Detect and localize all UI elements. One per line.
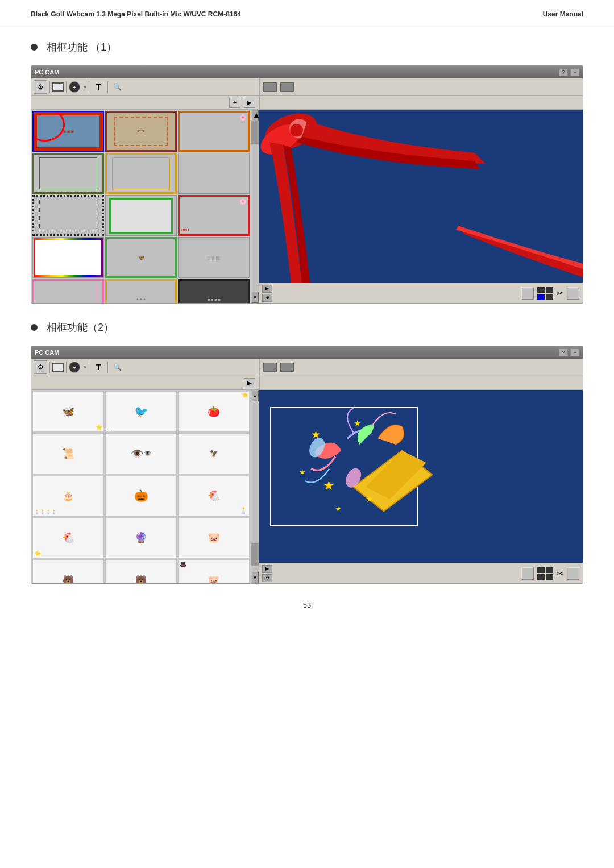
svg-text:★: ★ xyxy=(323,478,335,493)
right-panel-2: ★ ★ ★ ★ ★ ★ xyxy=(259,390,583,583)
bottom-icon-3[interactable]: ▶ xyxy=(262,565,272,573)
camera-icon-2[interactable]: ● xyxy=(69,362,80,373)
sticker-thumb-15[interactable]: 🐷 🎩 xyxy=(178,559,250,583)
sticker-thumb-12[interactable]: 🐷 xyxy=(178,517,250,558)
grid2-q4 xyxy=(546,574,553,580)
frame-thumb-5[interactable] xyxy=(105,153,177,194)
svg-text:★: ★ xyxy=(335,505,341,512)
grid2-q1 xyxy=(537,567,545,573)
frame-thumb-8[interactable] xyxy=(105,195,177,236)
grid2-q2 xyxy=(546,567,553,573)
frame-thumb-7[interactable] xyxy=(32,195,104,236)
sticker-thumb-13[interactable]: 🐻 xyxy=(32,559,104,583)
sub-toolbar-row-2: ▶ xyxy=(31,376,583,390)
scroll-arrow-up[interactable]: ▲ xyxy=(251,110,259,121)
frame-thumb-14[interactable]: ✦✦✦ xyxy=(105,279,177,303)
sub-toolbar-right-2 xyxy=(259,376,583,390)
sticker-thumb-7[interactable]: 🎂 🕯️🕯️🕯️🕯️ xyxy=(32,475,104,516)
text-icon[interactable]: T xyxy=(92,80,105,94)
help-btn-2[interactable]: ? xyxy=(559,348,568,356)
zoom-icon-2[interactable]: 🔍 xyxy=(110,360,124,374)
frame-thumb-9[interactable]: 🌸 808 xyxy=(178,195,250,236)
combined-toolbar-2: ⚙ ● » T 🔍 xyxy=(31,359,583,376)
sticker-thumb-2[interactable]: 🐦 ... xyxy=(105,391,177,432)
bottom-right-1: ✂ xyxy=(521,287,579,300)
scissors-icon-2[interactable]: ✂ xyxy=(557,569,563,578)
titlebar-1: PC CAM ? － xyxy=(31,66,583,78)
frame-thumb-2[interactable]: ✿✿ xyxy=(105,111,177,152)
frame-thumb-4[interactable] xyxy=(32,153,104,194)
scroll-arrow-up-2[interactable]: ▲ xyxy=(251,390,259,401)
sub-toolbar-1: ✦ ▶ xyxy=(31,96,259,110)
minimize-btn-1[interactable]: － xyxy=(570,68,579,76)
left-panel-1: ❀❀❀ ✿✿ 🌸 xyxy=(31,110,259,303)
frame-thumb-1[interactable]: ❀❀❀ xyxy=(32,111,104,152)
rect-icon-2[interactable] xyxy=(52,363,64,372)
sticker-thumb-10[interactable]: 🐔 ⭐ xyxy=(32,517,104,558)
view-icon-1[interactable] xyxy=(521,287,534,300)
play-icon[interactable]: ▶ xyxy=(244,98,255,108)
section2-text: 相框功能（2） xyxy=(47,321,114,334)
frame-thumb-11[interactable]: 🦋 xyxy=(105,237,177,278)
view-icon-3[interactable] xyxy=(521,567,534,580)
scroll-thumb[interactable] xyxy=(251,121,259,144)
bullet1 xyxy=(31,44,38,51)
left-panel-2: 🦋 ⭐ 🐦 ... 🍅 🌟 📜 xyxy=(31,390,259,583)
pccam-title-2: PC CAM xyxy=(35,349,59,356)
left-main-1: ❀❀❀ ✿✿ 🌸 xyxy=(31,110,251,303)
sticker-thumb-11[interactable]: 🔮 xyxy=(105,517,177,558)
view-icon-2[interactable] xyxy=(567,287,579,300)
minimize-btn-2[interactable]: － xyxy=(570,348,579,356)
combined-toolbar-1: ⚙ ● » T 🔍 xyxy=(31,78,583,96)
grid-q4 xyxy=(546,294,553,300)
section1-text: 相框功能 （1） xyxy=(47,40,117,54)
view-icon-4[interactable] xyxy=(567,567,579,580)
sticker-thumb-4[interactable]: 📜 xyxy=(32,433,104,474)
sticker-thumb-3[interactable]: 🍅 🌟 xyxy=(178,391,250,432)
frame-thumb-12[interactable]: |||||||||||| xyxy=(178,237,250,278)
help-btn-1[interactable]: ? xyxy=(559,68,568,76)
scrollbar-2[interactable]: ▲ ▼ xyxy=(251,390,259,583)
grid-q3 xyxy=(537,294,545,300)
pccam-controls-1: ? － xyxy=(559,68,579,76)
scroll-thumb-2[interactable] xyxy=(251,543,259,566)
sticker-thumb-5[interactable]: 👁️ 👁️ xyxy=(105,433,177,474)
bottom-bar-1: ▶ ⚙ ✂ xyxy=(259,283,583,303)
party-popper-svg: ★ ★ ★ ★ ★ ★ xyxy=(293,401,475,560)
settings-icon[interactable]: ⚙ xyxy=(34,80,47,94)
toolbar-right-1 xyxy=(259,78,583,96)
bottom-icon-4[interactable]: ⚙ xyxy=(262,574,272,582)
rect-icon[interactable] xyxy=(52,82,64,92)
scroll-arrow-down-2[interactable]: ▼ xyxy=(251,572,259,583)
settings-icon-2[interactable]: ⚙ xyxy=(34,360,47,374)
sticker-thumb-6[interactable]: 🦅 xyxy=(178,433,250,474)
pccam-title-1: PC CAM xyxy=(35,69,59,76)
bottom-icon-2[interactable]: ⚙ xyxy=(262,294,272,302)
frame-thumb-6[interactable] xyxy=(178,153,250,194)
play-icon-2[interactable]: ▶ xyxy=(244,378,255,388)
sticker-thumb-14[interactable]: 🐻 👅 xyxy=(105,559,177,583)
right-panel-1: ▶ ⚙ ✂ xyxy=(259,110,583,303)
titlebar-2: PC CAM ? － xyxy=(31,346,583,359)
bottom-icon-1[interactable]: ▶ xyxy=(262,285,272,293)
frame-thumb-15[interactable]: ■ ■ ■ ■ xyxy=(178,279,250,303)
fx-icon[interactable]: ✦ xyxy=(229,98,240,108)
main-content: 相框功能 （1） PC CAM ? － ⚙ ● » xyxy=(0,29,614,621)
scrollbar-1[interactable]: ▲ ▼ xyxy=(251,110,259,303)
sticker-thumb-1[interactable]: 🦋 ⭐ xyxy=(32,391,104,432)
frame-thumb-10[interactable]: 🌈 xyxy=(32,237,104,278)
text-icon-2[interactable]: T xyxy=(92,360,105,374)
frame-thumb-3[interactable]: 🌸 xyxy=(178,111,250,152)
preview-1 xyxy=(259,110,583,283)
scroll-arrow-down[interactable]: ▼ xyxy=(251,292,259,303)
zoom-icon[interactable]: 🔍 xyxy=(110,80,124,94)
sticker-thumb-8[interactable]: 🎃 xyxy=(105,475,177,516)
camera-icon[interactable]: ● xyxy=(69,81,80,93)
scissors-icon[interactable]: ✂ xyxy=(557,289,563,298)
svg-text:★: ★ xyxy=(366,494,373,504)
sep1 xyxy=(49,81,50,93)
frame-thumb-13[interactable] xyxy=(32,279,104,303)
sticker-thumb-9[interactable]: 🐔 🕯️ xyxy=(178,475,250,516)
bottom-right-2: ✂ xyxy=(521,567,579,580)
cam-icon-3 xyxy=(263,363,277,372)
